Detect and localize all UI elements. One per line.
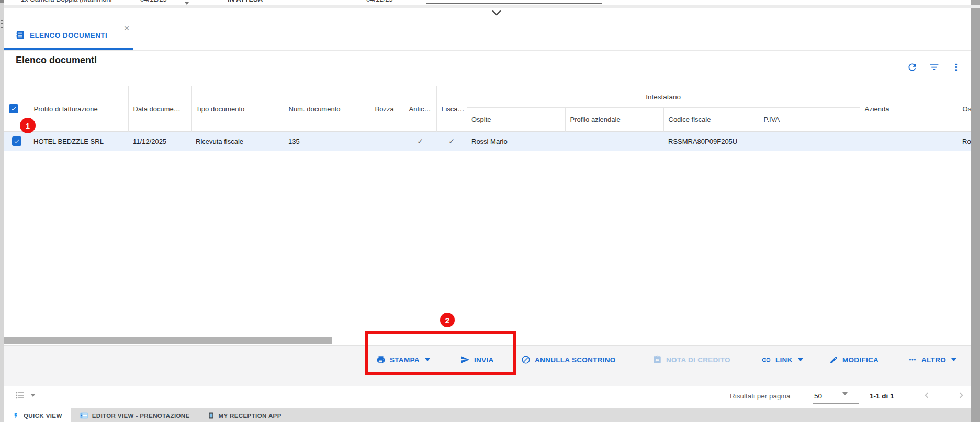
tab-my-reception-app[interactable]: MY RECEPTION APP bbox=[199, 408, 290, 422]
lightning-icon bbox=[13, 412, 19, 419]
select-all-checkbox[interactable] bbox=[9, 104, 18, 113]
page-size-select[interactable]: 50 bbox=[814, 392, 822, 400]
tab-quick-view[interactable]: QUICK VIEW bbox=[4, 408, 71, 422]
cell-data-documento: 11/12/2025 bbox=[128, 132, 191, 151]
tab-label: ELENCO DOCUMENTI bbox=[30, 31, 107, 39]
nota-di-credito-label: NOTA DI CREDITO bbox=[666, 356, 730, 364]
col-header-data-documento[interactable]: Data docume… bbox=[128, 86, 191, 132]
col-header-anticipo[interactable]: Antic… bbox=[404, 86, 436, 132]
cell-piva bbox=[759, 132, 860, 151]
editor-view-label: EDITOR VIEW - PRENOTAZIONE bbox=[92, 413, 190, 419]
clipped-date-to: 04/12/25 bbox=[366, 0, 393, 4]
bottom-tab-bar: QUICK VIEW EDITOR VIEW - PRENOTAZIONE MY… bbox=[4, 408, 971, 422]
credit-note-icon bbox=[652, 355, 662, 364]
altro-label: ALTRO bbox=[921, 356, 946, 364]
annotation-step-1: 1 bbox=[20, 118, 36, 133]
cell-anticipo: ✓ bbox=[404, 132, 436, 151]
chevron-left-icon bbox=[921, 390, 932, 401]
col-group-intestatario: Intestatario bbox=[467, 86, 860, 108]
modifica-label: MODIFICA bbox=[842, 356, 878, 364]
check-icon bbox=[14, 138, 20, 144]
anticipo-checkmark: ✓ bbox=[409, 137, 432, 145]
cell-num-documento: 135 bbox=[284, 132, 370, 151]
cell-fiscale: ✓ bbox=[436, 132, 467, 151]
background-window-right-edge bbox=[971, 0, 980, 422]
col-header-ospiti[interactable]: Osp bbox=[958, 86, 971, 132]
refresh-icon bbox=[907, 62, 918, 73]
cell-codice-fiscale: RSSMRA80P09F205U bbox=[663, 132, 759, 151]
list-toolbar bbox=[906, 61, 962, 73]
clipped-field-underline bbox=[426, 3, 602, 4]
col-header-azienda[interactable]: Azienda bbox=[860, 86, 958, 132]
annulla-scontrino-label: ANNULLA SCONTRINO bbox=[535, 356, 616, 364]
annotation-step-2: 2 bbox=[440, 313, 455, 327]
pagination-range: 1-1 di 1 bbox=[870, 392, 894, 400]
collapse-panel-button[interactable] bbox=[489, 8, 504, 18]
filter-list-icon bbox=[929, 62, 940, 73]
smartphone-icon bbox=[208, 412, 215, 419]
list-view-selector[interactable] bbox=[15, 390, 36, 401]
caret-down-icon bbox=[798, 358, 803, 361]
clipped-status-badge: IN ATTESA bbox=[228, 0, 263, 4]
chevron-down-icon bbox=[492, 10, 501, 16]
col-header-ospite[interactable]: Ospite bbox=[467, 108, 565, 132]
col-header-num-documento[interactable]: Num. documento bbox=[284, 86, 370, 132]
cell-ospite: Rossi Mario bbox=[467, 132, 565, 151]
filter-button[interactable] bbox=[928, 61, 940, 73]
annotation-highlight-rect bbox=[365, 331, 516, 375]
tab-elenco-documenti[interactable]: ELENCO DOCUMENTI bbox=[15, 24, 107, 47]
cell-profilo: HOTEL BEDZZLE SRL bbox=[29, 132, 128, 151]
close-tab-icon[interactable]: × bbox=[121, 23, 132, 33]
col-header-bozza[interactable]: Bozza bbox=[370, 86, 404, 132]
block-icon bbox=[521, 355, 531, 364]
clipped-room-text: 1x Camera Doppia (Matrimoni bbox=[21, 0, 111, 4]
results-per-page-label: Risultati per pagina bbox=[730, 392, 791, 400]
document-list-icon bbox=[15, 30, 25, 40]
next-page-button[interactable] bbox=[954, 389, 968, 402]
col-header-piva[interactable]: P.IVA bbox=[759, 108, 860, 132]
quick-view-label: QUICK VIEW bbox=[24, 413, 62, 419]
modifica-button[interactable]: MODIFICA bbox=[829, 353, 878, 367]
previous-page-button[interactable] bbox=[920, 389, 933, 402]
col-header-profilo[interactable]: Profilo di fatturazione bbox=[29, 86, 128, 132]
kebab-menu-icon bbox=[951, 62, 962, 73]
elenco-documenti-panel: ELENCO DOCUMENTI × Elenco documenti bbox=[4, 8, 971, 422]
more-options-button[interactable] bbox=[950, 61, 962, 73]
clipped-date-from: 04/12/25 bbox=[140, 0, 167, 4]
clipped-background-row: 1x Camera Doppia (Matrimoni 04/12/25 IN … bbox=[4, 0, 971, 5]
col-header-codice-fiscale[interactable]: Codice fiscale bbox=[663, 108, 759, 132]
caret-down-icon bbox=[30, 394, 36, 397]
table-row[interactable]: HOTEL BEDZZLE SRL 11/12/2025 Ricevuta fi… bbox=[4, 132, 971, 151]
cell-bozza bbox=[370, 132, 404, 151]
cell-ospiti: Ros bbox=[958, 132, 971, 151]
col-header-fiscale[interactable]: Fisca… bbox=[436, 86, 467, 132]
annulla-scontrino-button[interactable]: ANNULLA SCONTRINO bbox=[521, 353, 616, 367]
editor-list-icon bbox=[80, 412, 88, 419]
row-checkbox[interactable] bbox=[12, 136, 21, 146]
horizontal-scrollbar[interactable] bbox=[4, 337, 332, 344]
cell-profilo-aziendale bbox=[565, 132, 663, 151]
page-size-underline bbox=[813, 403, 859, 404]
list-bulleted-icon bbox=[15, 390, 25, 401]
check-icon bbox=[10, 106, 17, 112]
reception-app-label: MY RECEPTION APP bbox=[219, 413, 281, 419]
page-title: Elenco documenti bbox=[16, 55, 97, 66]
altro-button[interactable]: ALTRO bbox=[908, 353, 956, 367]
tab-editor-view[interactable]: EDITOR VIEW - PRENOTAZIONE bbox=[72, 408, 198, 422]
fiscale-checkmark: ✓ bbox=[441, 137, 462, 145]
more-horiz-icon bbox=[908, 355, 917, 364]
cell-azienda bbox=[860, 132, 958, 151]
chevron-right-icon bbox=[955, 390, 967, 401]
documents-table: Profilo di fatturazione Data docume… Tip… bbox=[4, 86, 971, 151]
row-select-cell bbox=[4, 132, 29, 151]
tabs-bottom-border bbox=[4, 50, 971, 51]
col-header-tipo-documento[interactable]: Tipo documento bbox=[191, 86, 284, 132]
col-header-profilo-aziendale[interactable]: Profilo aziendale bbox=[565, 108, 663, 132]
link-icon bbox=[761, 355, 771, 365]
link-button[interactable]: LINK bbox=[761, 353, 803, 367]
refresh-button[interactable] bbox=[906, 61, 918, 73]
cell-tipo-documento: Ricevuta fiscale bbox=[191, 132, 284, 151]
link-label: LINK bbox=[775, 356, 793, 364]
nota-di-credito-button[interactable]: NOTA DI CREDITO bbox=[652, 353, 730, 367]
pencil-icon bbox=[829, 356, 838, 364]
